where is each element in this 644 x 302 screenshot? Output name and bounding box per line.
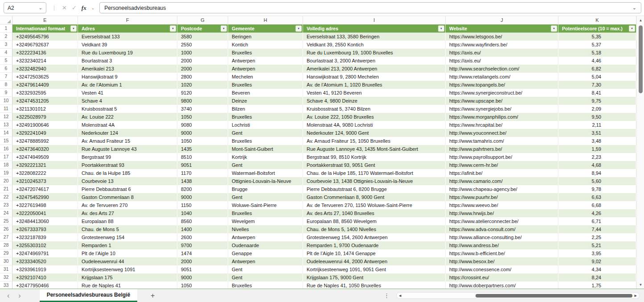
insert-function-icon[interactable]: fx <box>82 4 86 12</box>
cell[interactable]: Hanswijkstraat 9 <box>78 73 177 81</box>
cell[interactable]: +3293961919 <box>12 265 78 273</box>
row-header[interactable]: 10 <box>0 97 12 105</box>
cell[interactable]: https://www.wayfinders.be/ <box>446 41 558 49</box>
cell[interactable]: Mechelen <box>228 73 303 81</box>
cell[interactable]: 1,75 <box>558 281 636 289</box>
cell[interactable]: http://www.cerm-hr.be/ <box>446 161 558 169</box>
cell[interactable]: https://www.atelierconnecter.be/ <box>446 217 558 225</box>
cell[interactable]: Wevelgem <box>228 217 303 225</box>
row-header[interactable]: 20 <box>0 177 12 185</box>
filter-button[interactable]: ▼ <box>551 25 557 32</box>
table-column-header[interactable]: Postcode ▼ <box>177 25 228 33</box>
cell[interactable]: Av. des Arts 27 <box>78 209 177 217</box>
cell[interactable]: +3222050041 <box>12 209 78 217</box>
cell[interactable]: https://www.synergieconstruct.be/ <box>446 89 558 97</box>
horizontal-scrollbar[interactable]: ◀ ▶ <box>396 292 640 299</box>
cell[interactable]: 9800 <box>177 97 228 105</box>
cell[interactable]: Bruxelles <box>228 49 303 57</box>
cell[interactable]: Chau. de la Hulpe 185, 1170 Watermael-Bo… <box>303 169 446 177</box>
cell[interactable]: http://www.tamahris.com/ <box>446 137 558 145</box>
cell[interactable]: https://www.b-efficient.be/ <box>446 249 558 257</box>
cell[interactable]: 5,18 <box>558 49 636 57</box>
cell[interactable]: +3228082222 <box>12 169 78 177</box>
cell[interactable]: Rue de Naples 41 <box>78 281 177 289</box>
cell[interactable]: Remparden 1 <box>78 241 177 249</box>
cell[interactable]: Hanswijkstraat 9, 2800 Mechelen <box>303 73 446 81</box>
cell[interactable]: https://crossint.eu/ <box>446 273 558 281</box>
cell[interactable]: +3210245373 <box>12 177 78 185</box>
column-header-G[interactable]: G <box>177 16 228 24</box>
cell[interactable]: Molenstraat 4A, 9080 Lochristi <box>303 121 446 129</box>
add-sheet-button[interactable]: + <box>151 292 155 300</box>
table-column-header[interactable]: Gemeente ▼ <box>228 25 303 33</box>
filter-button[interactable]: ▼ <box>629 25 635 32</box>
cell[interactable]: 1050 <box>177 137 228 145</box>
cell[interactable]: 9000 <box>177 129 228 137</box>
select-all-corner[interactable] <box>0 16 12 24</box>
cell[interactable]: Antwerpen <box>228 57 303 65</box>
row-header[interactable]: 1 <box>0 25 12 33</box>
cell[interactable]: 8200 <box>177 185 228 193</box>
row-header[interactable]: 24 <box>0 209 12 217</box>
cell[interactable]: 8,94 <box>558 169 636 177</box>
cell[interactable]: +3292241049 <box>12 129 78 137</box>
row-header[interactable]: 9 <box>0 89 12 97</box>
cell[interactable]: 8,24 <box>558 273 636 281</box>
cell[interactable]: http://www.conessence.com/ <box>446 265 558 273</box>
cell[interactable]: +3222234136 <box>12 49 78 57</box>
cell[interactable]: Bruxelles <box>228 81 303 89</box>
cell[interactable]: 2800 <box>177 73 228 81</box>
vertical-scrollbar-thumb[interactable] <box>639 25 643 93</box>
cell[interactable]: http://www.doberpartners.com/ <box>446 281 558 289</box>
cell[interactable]: https://afinit.be/ <box>446 169 558 177</box>
cell[interactable]: Antwerpen <box>228 257 303 265</box>
cell[interactable]: https://www.morganphilips.com/ <box>446 113 558 121</box>
cell[interactable]: 1438 <box>177 177 228 185</box>
cell[interactable]: Vesten 41, 9120 Beveren <box>303 89 446 97</box>
cell[interactable]: 6,71 <box>558 217 636 225</box>
cell[interactable]: 6,82 <box>558 65 636 73</box>
cell[interactable]: +32479614409 <box>12 81 78 89</box>
cell[interactable]: +3292221321 <box>12 161 78 169</box>
cell[interactable]: +32474969791 <box>12 249 78 257</box>
cell[interactable]: 1000 <box>177 49 228 57</box>
column-header-H[interactable]: H <box>228 16 303 24</box>
cell[interactable]: Antwerpen <box>228 233 303 241</box>
row-header[interactable]: 21 <box>0 185 12 193</box>
cell[interactable]: 1040 <box>177 209 228 217</box>
cell[interactable]: 9000 <box>177 193 228 201</box>
sheet-options-icon[interactable]: ⋮ <box>384 292 390 299</box>
cell[interactable]: 2,09 <box>558 105 636 113</box>
cell[interactable]: https://www.weevo.be/ <box>446 201 558 209</box>
cell[interactable]: Ottignies-Louvain-la-Neuve <box>228 177 303 185</box>
row-header[interactable]: 28 <box>0 241 12 249</box>
cell[interactable]: 4,68 <box>558 161 636 169</box>
cell[interactable]: Plt de l’Aigle 10, 1474 Genappe <box>303 249 446 257</box>
cell[interactable]: http://www.andress.be/ <box>446 241 558 249</box>
row-header[interactable]: 25 <box>0 217 12 225</box>
cell[interactable]: https://www.letsgoos.be/ <box>446 33 558 41</box>
cell[interactable]: Av. de Tervueren 270, 1150 Woluwe-Saint-… <box>303 201 446 209</box>
row-header[interactable]: 22 <box>0 193 12 201</box>
row-header[interactable]: 12 <box>0 113 12 121</box>
cell[interactable]: Oudenaarde <box>228 241 303 249</box>
cell[interactable]: 2000 <box>177 65 228 73</box>
cell[interactable]: Gent <box>228 265 303 273</box>
cell[interactable]: 3,51 <box>558 129 636 137</box>
cell[interactable]: +32474949509 <box>12 153 78 161</box>
cell[interactable]: +3232482940 <box>12 65 78 73</box>
scroll-down-icon[interactable]: ▼ <box>637 283 644 287</box>
cell[interactable]: 9000 <box>177 273 228 281</box>
cell[interactable]: 9700 <box>177 241 228 249</box>
cell[interactable]: Nederkouter 124 <box>78 129 177 137</box>
name-box[interactable]: A2 ⌄ <box>4 2 46 13</box>
cell[interactable]: 5,35 <box>558 33 636 41</box>
cell[interactable]: Antwerpen <box>228 65 303 73</box>
row-header[interactable]: 17 <box>0 153 12 161</box>
cell[interactable]: Av. Arnaud Fraiteur 15 <box>78 137 177 145</box>
table-column-header[interactable]: Adres ▼ <box>78 25 177 33</box>
cell[interactable]: Veldkant 39 <box>78 41 177 49</box>
cell[interactable]: Courbevoie 13, 1438 Ottignies-Louvain-la… <box>303 177 446 185</box>
row-header[interactable]: 27 <box>0 233 12 241</box>
cell[interactable]: 6,68 <box>558 201 636 209</box>
